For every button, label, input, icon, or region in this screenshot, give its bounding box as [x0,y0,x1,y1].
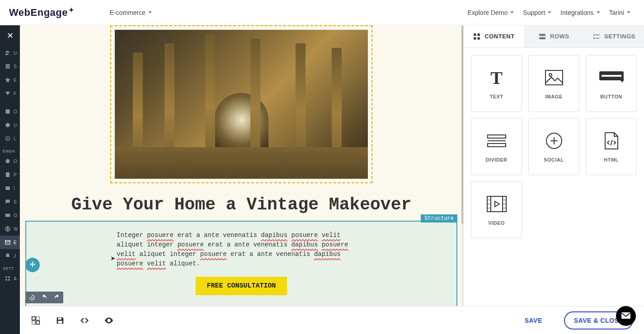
sidebar-item-label: O [14,159,17,164]
sidebar-item[interactable]: S [0,60,20,73]
sidebar-item[interactable]: F [0,87,20,100]
email-body: Give Your Home a Vintage Makeover Struct… [25,25,457,306]
svg-rect-6 [6,172,9,177]
sidebar-item-email[interactable]: E [0,236,20,249]
code-icon[interactable] [80,315,89,325]
button-icon [599,68,624,88]
sidebar-item[interactable]: U [0,118,20,132]
email-paragraph[interactable]: Integer posuere erat a ante venenatis da… [117,231,366,269]
editor-canvas[interactable]: Give Your Home a Vintage Makeover Struct… [20,25,463,306]
tile-button[interactable]: BUTTON [586,55,637,112]
tab-content[interactable]: CONTENT [464,25,524,47]
brand-bird-icon: ✦ [69,6,75,14]
save-icon[interactable] [55,315,65,325]
sidebar-item[interactable]: E [0,73,20,87]
help-mail-fab[interactable] [616,306,636,326]
history-toolbar [25,292,63,303]
chevron-down-icon [627,11,630,14]
svg-rect-29 [488,140,506,141]
hero-image [115,30,368,179]
chevron-down-icon [510,11,514,14]
brand-text: WebEngage [9,7,68,18]
tile-label: VIDEO [488,220,505,226]
project-name: E-commerce [110,9,146,16]
sidebar-item[interactable]: O [0,105,20,118]
side-nav: ✕ U S E F O U L ENGA O P I S O W E J SET… [0,25,20,334]
sidebar-item[interactable]: S [0,195,20,209]
svg-rect-15 [478,33,480,36]
nav-explore-demo[interactable]: Explore Demo [463,6,519,19]
svg-rect-21 [596,34,600,35]
sidebar-item-label: E [14,240,17,245]
email-heading[interactable]: Give Your Home a Vintage Makeover [43,193,439,216]
tile-label: SOCIAL [544,157,564,162]
tile-label: HTML [604,157,619,162]
editor-footer: SAVE SAVE & CLOSE [20,306,644,334]
image-block-selected[interactable] [110,25,372,183]
svg-rect-48 [58,320,62,323]
svg-rect-23 [596,38,600,39]
svg-rect-30 [488,144,506,147]
svg-rect-8 [5,214,10,217]
rows-icon [538,32,546,41]
project-dropdown[interactable]: E-commerce [105,6,156,19]
svg-rect-22 [593,37,595,39]
sidebar-item[interactable]: W [0,222,20,236]
tile-html[interactable]: HTML [586,118,637,175]
sidebar-item-label: U [14,123,17,128]
layout-icon[interactable] [31,315,41,325]
sidebar-item[interactable]: U [0,46,20,60]
nav-integrations[interactable]: Integrations [556,6,604,19]
nav-user[interactable]: Tarini [605,6,635,19]
redo-button[interactable] [51,292,63,303]
svg-point-5 [5,159,9,163]
chevron-down-icon [597,11,600,14]
move-handle[interactable] [25,258,40,272]
social-icon [545,131,563,151]
text-icon: T [490,68,503,88]
tile-label: IMAGE [545,94,563,99]
svg-rect-7 [5,186,9,190]
save-button[interactable]: SAVE [517,313,550,328]
sidebar-item-label: P [14,172,17,177]
sidebar-item-label: A [14,276,17,281]
tile-text[interactable]: T TEXT [471,55,522,112]
sidebar-item-label: F [14,91,16,96]
nav-label: Explore Demo [468,9,508,16]
sidebar-item[interactable]: A [0,272,20,285]
sidebar-item[interactable]: L [0,132,20,145]
sidebar-item[interactable]: O [0,209,20,222]
nav-support[interactable]: Support [518,6,556,19]
html-icon [604,131,619,151]
tile-divider[interactable]: DIVIDER [471,118,522,175]
sidebar-item[interactable]: J [0,249,20,263]
history-button[interactable] [25,292,38,303]
tile-image[interactable]: IMAGE [528,55,579,112]
tile-social[interactable]: SOCIAL [528,118,579,175]
sidebar-item-label: S [14,199,17,204]
sidebar-item[interactable]: P [0,168,20,181]
sidebar-item-label: O [14,109,17,114]
cta-button[interactable]: FREE CONSULTATION [196,277,287,295]
sidebar-item-label: E [14,78,17,83]
tab-rows[interactable]: ROWS [524,25,584,47]
grid-icon [473,32,481,41]
sidebar-item-label: O [14,213,17,218]
sidebar-heading-engage: ENGA [0,145,20,154]
sidebar-item-label: W [14,227,18,232]
svg-rect-11 [8,276,10,278]
chevron-down-icon [548,11,551,14]
nav-label: Tarini [609,9,624,16]
sidebar-item[interactable]: O [0,154,20,168]
tab-settings[interactable]: SETTINGS [584,25,644,47]
svg-rect-28 [488,135,506,138]
tile-video[interactable]: VIDEO [471,181,522,238]
sidebar-item[interactable]: I [0,181,20,195]
undo-button[interactable] [38,292,51,303]
structure-row-hover[interactable]: Structure Integer posuere erat a ante ve… [25,221,457,306]
close-icon[interactable]: ✕ [0,25,20,46]
structure-tag: Structure [421,214,457,223]
preview-icon[interactable] [104,315,114,325]
sidebar-item-label: S [14,64,17,69]
svg-rect-2 [5,109,9,113]
